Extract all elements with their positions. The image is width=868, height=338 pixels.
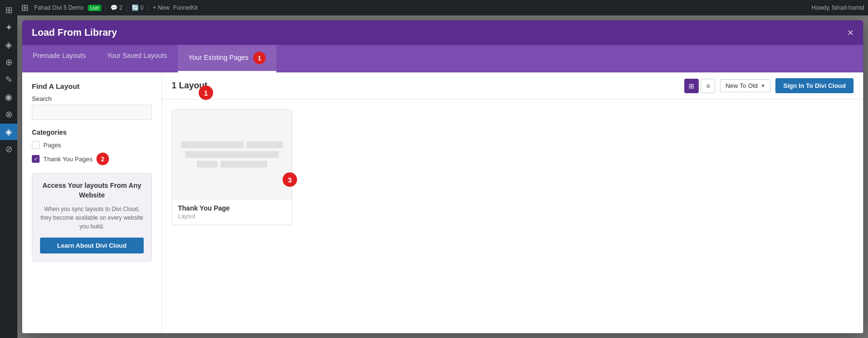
- load-from-library-modal: Load From Library × Premade Layouts Your…: [22, 20, 863, 333]
- main-area: ⊞ Fahad Divi 5 Demo Live | 💬 2 | 🔄 0 | +…: [17, 0, 868, 338]
- learn-divi-cloud-button[interactable]: Learn About Divi Cloud: [40, 238, 144, 254]
- sidebar-icon-dashboard[interactable]: ⊞: [0, 2, 17, 18]
- sidebar-icon-divi[interactable]: ◈: [0, 124, 17, 140]
- site-name[interactable]: Fahad Divi 5 Demo: [34, 4, 84, 11]
- modal-tabs: Premade Layouts Your Saved Layouts Your …: [22, 45, 863, 72]
- layout-name: Thank You Page: [178, 204, 286, 212]
- sign-in-divi-cloud-button[interactable]: Sign In To Divi Cloud: [775, 78, 854, 93]
- cloud-promo-box: Access Your layouts From Any Website Whe…: [32, 173, 152, 262]
- modal-close-button[interactable]: ×: [847, 28, 854, 38]
- skeleton-row-1: [180, 141, 284, 148]
- live-badge: Live: [88, 5, 101, 11]
- category-checkbox-pages[interactable]: [32, 141, 40, 149]
- category-item-thank-you[interactable]: ✓ Thank You Pages 2: [32, 153, 152, 165]
- category-label-pages: Pages: [43, 141, 61, 149]
- layout-type: Layout: [178, 213, 286, 220]
- tab-premade-layouts[interactable]: Premade Layouts: [22, 45, 96, 72]
- skeleton-block: [185, 151, 279, 158]
- category-label-thank-you: Thank You Pages: [43, 155, 93, 163]
- sidebar-icon-settings[interactable]: ⊘: [0, 141, 17, 157]
- wp-topbar: ⊞ Fahad Divi 5 Demo Live | 💬 2 | 🔄 0 | +…: [17, 0, 868, 15]
- skeleton-block: [181, 141, 244, 148]
- grid-view-button[interactable]: ⊞: [684, 79, 699, 93]
- updates-count[interactable]: 🔄 0: [132, 4, 144, 11]
- sidebar-icon-posts[interactable]: ✦: [0, 19, 17, 36]
- tab-existing-pages[interactable]: Your Existing Pages 1: [178, 45, 277, 72]
- updates-icon: 🔄: [132, 4, 139, 11]
- layout-card[interactable]: Thank You Page Layout: [172, 109, 292, 225]
- layouts-grid: Thank You Page Layout: [162, 99, 863, 333]
- comments-count[interactable]: 💬 2: [110, 4, 122, 11]
- modal-title: Load From Library: [32, 27, 117, 38]
- skeleton-block: [220, 161, 267, 168]
- comments-icon: 💬: [110, 4, 118, 11]
- search-input[interactable]: [32, 105, 152, 120]
- cloud-promo-title: Access Your layouts From Any Website: [40, 181, 144, 200]
- step-badge-3: 3: [283, 172, 297, 187]
- sep1: |: [105, 4, 107, 11]
- category-item-pages[interactable]: Pages: [32, 141, 152, 149]
- modal-main-content: 1 Layout ⊞ ≡ New To Old ▼ Sign In To Div…: [162, 72, 863, 333]
- layout-info: Thank You Page Layout: [172, 199, 292, 225]
- find-layout-title: Find A Layout: [32, 82, 152, 90]
- wp-logo-icon: ⊞: [21, 2, 28, 13]
- skeleton-row-3: [180, 161, 284, 168]
- wp-admin-sidebar: ⊞ ✦ ◈ ⊕ ✎ ◉ ⊗ ◈ ⊘: [0, 0, 17, 338]
- modal-header: Load From Library ×: [22, 20, 863, 45]
- content-toolbar: 1 Layout ⊞ ≡ New To Old ▼ Sign In To Div…: [162, 72, 863, 99]
- howdy-text: Howdy, fahad-hamid: [812, 4, 864, 11]
- toolbar-right: ⊞ ≡ New To Old ▼ Sign In To Divi Cloud: [684, 78, 854, 93]
- sep3: |: [148, 4, 149, 11]
- skeleton-block: [246, 141, 283, 148]
- modal-body: Find A Layout Search Categories Pages ✓ …: [22, 72, 863, 333]
- view-toggle: ⊞ ≡: [684, 79, 715, 93]
- funnelkit-link[interactable]: FunnelKit: [173, 4, 198, 11]
- sidebar-icon-appearance[interactable]: ◉: [0, 89, 17, 105]
- modal-sidebar: Find A Layout Search Categories Pages ✓ …: [22, 72, 162, 333]
- sidebar-icon-comments[interactable]: ✎: [0, 71, 17, 88]
- skeleton-row-2: [180, 151, 284, 158]
- tab-badge: 1: [253, 52, 266, 64]
- list-view-button[interactable]: ≡: [701, 79, 715, 93]
- step-badge-1: 1: [199, 85, 213, 100]
- layout-preview: [172, 110, 292, 199]
- categories-title: Categories: [32, 128, 152, 136]
- sidebar-icon-plugins[interactable]: ⊗: [0, 106, 17, 123]
- sidebar-icon-media[interactable]: ◈: [0, 37, 17, 53]
- sidebar-icon-pages[interactable]: ⊕: [0, 54, 17, 70]
- sort-dropdown[interactable]: New To Old ▼: [720, 79, 771, 92]
- sort-label: New To Old: [725, 82, 758, 89]
- search-label: Search: [32, 95, 152, 102]
- skeleton-block: [197, 161, 217, 168]
- cloud-promo-text: When you sync layouts to Divi Cloud, the…: [40, 205, 144, 231]
- category-checkbox-thank-you[interactable]: ✓: [32, 155, 40, 163]
- sep2: |: [126, 4, 128, 11]
- sort-dropdown-arrow-icon: ▼: [760, 83, 765, 88]
- step-badge-2: 2: [96, 153, 109, 165]
- page-background: Load From Library × Premade Layouts Your…: [17, 15, 868, 338]
- tab-saved-layouts[interactable]: Your Saved Layouts: [96, 45, 178, 72]
- new-button[interactable]: + New: [153, 4, 169, 11]
